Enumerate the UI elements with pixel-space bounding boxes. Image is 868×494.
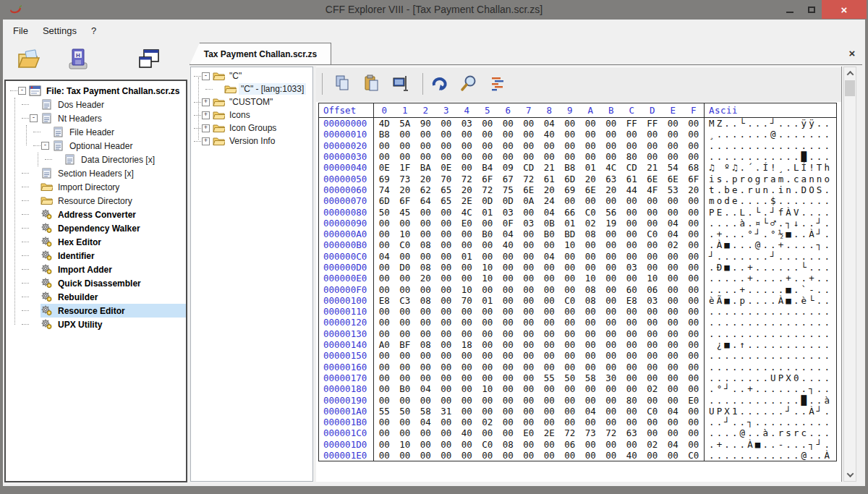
hex-row-000001A0[interactable]: 000001A055505831000000000000040000C00400…	[319, 406, 836, 417]
hex-byte-cell[interactable]: 00	[498, 328, 519, 339]
hex-byte-cell[interactable]: 40	[621, 450, 642, 461]
hex-byte-cell[interactable]: 00	[560, 450, 581, 461]
hex-byte-cell[interactable]: 10	[560, 239, 581, 250]
hex-byte-cell[interactable]: 00	[642, 450, 663, 461]
hex-byte-cell[interactable]: 00	[456, 140, 477, 151]
hex-byte-cell[interactable]: 00	[436, 395, 457, 406]
hex-byte-cell[interactable]: 04	[374, 251, 395, 262]
hex-byte-cell[interactable]: 00	[456, 328, 477, 339]
hex-byte-cell[interactable]: 00	[663, 207, 684, 218]
hex-byte-cell[interactable]: 00	[601, 439, 622, 450]
hex-byte-cell[interactable]: 00	[477, 284, 498, 295]
hex-byte-cell[interactable]: 00	[601, 395, 622, 406]
file-tree-item-data-directories-x[interactable]: Data Directories [x]	[6, 153, 186, 166]
resource-tree-item-version-info[interactable]: +Version Info	[191, 135, 312, 148]
hex-byte-cell[interactable]: 00	[498, 372, 519, 383]
hex-byte-cell[interactable]: E8	[374, 295, 395, 306]
hex-byte-cell[interactable]: 00	[498, 395, 519, 406]
hex-byte-cell[interactable]: 00	[498, 262, 519, 273]
hex-byte-cell[interactable]: 00	[395, 372, 416, 383]
hex-byte-cell[interactable]: 00	[498, 118, 519, 129]
hex-byte-cell[interactable]: 00	[498, 339, 519, 350]
maximize-button[interactable]	[801, 0, 822, 19]
hex-byte-cell[interactable]: 00	[621, 306, 642, 317]
hex-byte-cell[interactable]: 00	[436, 207, 457, 218]
expand-expander-icon[interactable]: +	[202, 98, 210, 106]
hex-byte-cell[interactable]: 02	[642, 383, 663, 394]
hex-byte-cell[interactable]: 00	[498, 427, 519, 438]
hex-byte-cell[interactable]: 00	[580, 417, 601, 427]
hex-byte-cell[interactable]: 00	[539, 350, 560, 361]
hex-bytes-cells[interactable]: 000000000000000000000000400000C0	[374, 450, 704, 461]
hex-ascii-cell[interactable]: ....@..à.rsrc...	[704, 427, 836, 438]
hex-byte-cell[interactable]: 00	[374, 350, 395, 361]
hex-bytes-cells[interactable]: 04000000010000000400000000000000	[374, 251, 704, 262]
file-tree-item-rebuilder[interactable]: Rebuilder	[6, 290, 186, 304]
hex-byte-cell[interactable]: 00	[374, 284, 395, 295]
hex-byte-cell[interactable]: 00	[601, 129, 622, 140]
hex-bytes-cells[interactable]: 00000000000000000000000000000000	[374, 306, 704, 317]
hex-byte-cell[interactable]: 6F	[395, 195, 416, 206]
hex-byte-cell[interactable]: 00	[684, 328, 705, 339]
hex-byte-cell[interactable]: E8	[621, 295, 642, 306]
hex-byte-cell[interactable]: 00	[415, 218, 436, 229]
hex-row-000000A0[interactable]: 000000A00010000000B00400B0BD080000C00400…	[319, 229, 836, 239]
hex-byte-cell[interactable]: 00	[580, 439, 601, 450]
hex-byte-cell[interactable]: 00	[663, 350, 684, 361]
hex-byte-cell[interactable]: 00	[621, 273, 642, 284]
hex-byte-cell[interactable]: 00	[539, 339, 560, 350]
hex-byte-cell[interactable]: 00	[415, 328, 436, 339]
hex-byte-cell[interactable]: 00	[684, 284, 705, 295]
hex-byte-cell[interactable]: 50	[374, 207, 395, 218]
hex-byte-cell[interactable]: 00	[415, 251, 436, 262]
hex-byte-cell[interactable]: 20	[684, 184, 705, 195]
resource-tree-item-icon-groups[interactable]: +Icon Groups	[191, 122, 312, 135]
search-icon[interactable]	[459, 74, 479, 93]
hex-byte-cell[interactable]: 04	[498, 229, 519, 239]
hex-byte-cell[interactable]: 00	[560, 395, 581, 406]
hex-byte-cell[interactable]: 00	[642, 339, 663, 350]
hex-byte-cell[interactable]: 61	[539, 174, 560, 184]
hex-byte-cell[interactable]: 00	[436, 151, 457, 162]
hex-byte-cell[interactable]: 00	[436, 317, 457, 328]
hex-row-000001B0[interactable]: 000001B000000400000200000000000000000000…	[319, 417, 836, 427]
hex-byte-cell[interactable]: 00	[560, 118, 581, 129]
hex-byte-cell[interactable]: 00	[601, 151, 622, 162]
hex-byte-cell[interactable]: 00	[519, 317, 540, 328]
hex-byte-cell[interactable]: 00	[601, 229, 622, 239]
hex-ascii-cell[interactable]: ....à.¤└♂.┐↓..┘.	[704, 218, 836, 229]
hex-byte-cell[interactable]: 00	[456, 151, 477, 162]
hex-byte-cell[interactable]: 00	[498, 362, 519, 372]
hex-byte-cell[interactable]: 00	[684, 251, 705, 262]
hex-byte-cell[interactable]: 00	[684, 273, 705, 284]
hex-row-00000030[interactable]: 0000003000000000000000000000000080000000…	[319, 151, 836, 162]
hex-ascii-cell[interactable]: .+...À■..-...┐┘.	[704, 439, 836, 450]
hex-byte-cell[interactable]: 00	[519, 350, 540, 361]
tab-close-button[interactable]: ×	[845, 46, 859, 60]
hex-byte-cell[interactable]: C3	[395, 295, 416, 306]
hex-byte-cell[interactable]: 00	[415, 284, 436, 295]
hex-bytes-cells[interactable]: 00000000000000000000000000000000	[374, 362, 704, 372]
hex-byte-cell[interactable]: 00	[477, 395, 498, 406]
hex-byte-cell[interactable]: 00	[580, 350, 601, 361]
hex-bytes-cells[interactable]: 00000400000200000000000000000000	[374, 417, 704, 427]
hex-byte-cell[interactable]: 0F	[498, 218, 519, 229]
hex-byte-cell[interactable]: 00	[663, 129, 684, 140]
hex-ascii-cell[interactable]: ............█...	[704, 151, 836, 162]
hex-byte-cell[interactable]: 00	[642, 372, 663, 383]
hex-byte-cell[interactable]: 00	[477, 218, 498, 229]
hex-row-00000150[interactable]: 0000015000000000000000000000000000000000…	[319, 350, 836, 361]
hex-byte-cell[interactable]: 00	[642, 362, 663, 372]
hex-byte-cell[interactable]: 00	[621, 372, 642, 383]
hex-byte-cell[interactable]: 55	[374, 406, 395, 417]
hex-byte-cell[interactable]: 03	[519, 218, 540, 229]
hex-byte-cell[interactable]: 72	[477, 184, 498, 195]
hex-byte-cell[interactable]: 00	[642, 306, 663, 317]
hex-byte-cell[interactable]: 00	[684, 306, 705, 317]
hex-byte-cell[interactable]: 00	[663, 339, 684, 350]
hex-byte-cell[interactable]: 04	[663, 229, 684, 239]
hex-byte-cell[interactable]: 00	[663, 118, 684, 129]
hex-byte-cell[interactable]: 00	[436, 450, 457, 461]
hex-byte-cell[interactable]: 00	[539, 450, 560, 461]
hex-byte-cell[interactable]: 53	[663, 184, 684, 195]
